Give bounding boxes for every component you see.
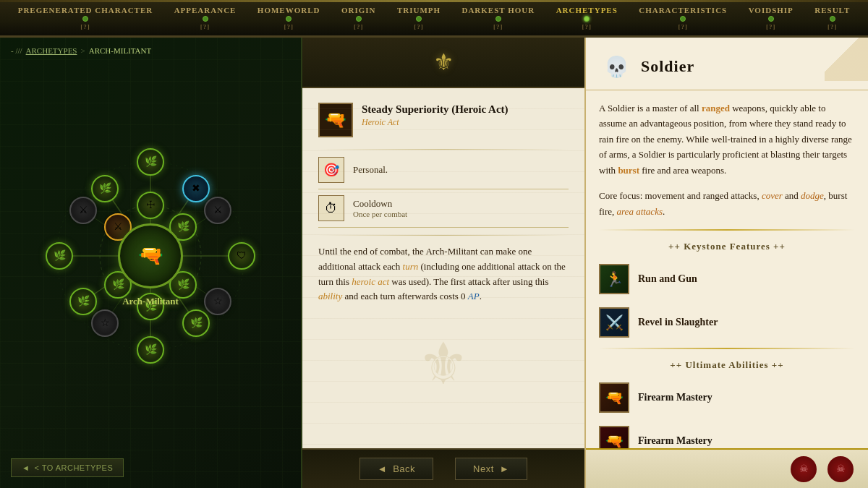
nav-dot bbox=[495, 16, 501, 22]
nav-appearance[interactable]: Appearance [?] bbox=[169, 3, 242, 33]
nav-dot bbox=[830, 16, 835, 22]
to-archetypes-label: < TO ARCHETYPES bbox=[34, 463, 113, 472]
skill-node-3[interactable]: ⚔ bbox=[204, 197, 231, 224]
nav-label: Archetypes bbox=[556, 6, 618, 14]
nav-origin[interactable]: Origin [?] bbox=[336, 3, 382, 33]
nav-archetypes[interactable]: Archetypes [?] bbox=[550, 3, 624, 33]
nav-dot-active bbox=[584, 16, 590, 22]
skill-tree: 🔫 Arch-Militant 🌿 ✖ ⚔ 🛡 ☆ 🌿 🌿 ☆ 🌿 🌿 ⚔ 🌿 … bbox=[20, 126, 281, 386]
center-archetype-icon: 🔫 bbox=[138, 246, 163, 266]
skill-node-4[interactable]: 🛡 bbox=[228, 242, 255, 270]
next-button[interactable]: Next ► bbox=[455, 458, 527, 480]
nav-voidship[interactable]: Voidship [?] bbox=[743, 3, 799, 33]
personal-row: 🎯 Personal. bbox=[318, 157, 569, 189]
skill-node-7[interactable]: 🌿 bbox=[137, 336, 164, 364]
right-panel-body: A Soldier is a master of all ranged weap… bbox=[586, 90, 868, 448]
nav-darkest-hour[interactable]: Darkest Hour [?] bbox=[456, 3, 540, 33]
breadcrumb: - /// ARCHETYPES > ARCH-MILITANT bbox=[11, 46, 151, 55]
nav-label: Origin bbox=[341, 6, 376, 14]
skill-node-6[interactable]: 🌿 bbox=[182, 309, 210, 337]
personal-label: Personal. bbox=[353, 164, 388, 176]
nav-dot bbox=[203, 16, 208, 22]
skill-node-10[interactable]: 🌿 bbox=[46, 242, 73, 270]
nav-dot bbox=[416, 16, 422, 22]
center-archetype-node[interactable]: 🔫 bbox=[118, 223, 183, 288]
skull-icon: 💀 bbox=[600, 51, 632, 82]
run-and-gun-icon: 🏃 bbox=[599, 264, 629, 294]
arrow-left-icon: ◄ bbox=[22, 463, 30, 472]
skill-node-5[interactable]: ☆ bbox=[204, 288, 231, 315]
ability-modal: ⚜ 🔫 Steady Superiority (Heroic Act) Hero… bbox=[302, 38, 584, 488]
back-label: Back bbox=[393, 463, 415, 474]
keystone-header: ++ Keystone Features ++ bbox=[599, 241, 855, 252]
nav-label: Characteristics bbox=[639, 6, 727, 14]
cooldown-row: ⏱ Cooldown Once per combat bbox=[318, 195, 569, 228]
nav-dot bbox=[356, 16, 362, 22]
nav-label: Appearance bbox=[174, 6, 237, 14]
skill-node-2[interactable]: ✖ bbox=[182, 175, 210, 202]
archetype-description: A Soldier is a master of all ranged weap… bbox=[599, 100, 855, 178]
to-archetypes-button[interactable]: ◄ < TO ARCHETYPES bbox=[11, 458, 124, 477]
revel-slaughter-icon: ⚔️ bbox=[599, 307, 629, 338]
bg-emblem: ⚜ bbox=[417, 330, 469, 398]
wax-seal-2: ☠ bbox=[827, 456, 854, 482]
feature-firearm-mastery-1[interactable]: 🔫 Firearm Mastery bbox=[599, 380, 855, 416]
gold-divider-2 bbox=[599, 348, 855, 349]
skill-node-12[interactable]: 🌿 bbox=[91, 175, 119, 202]
divider-1 bbox=[318, 149, 569, 150]
firearm-mastery-1-icon: 🔫 bbox=[599, 382, 629, 413]
nav-dot bbox=[768, 16, 774, 22]
skill-node-11[interactable]: ⚔ bbox=[69, 197, 97, 224]
nav-result[interactable]: Result [?] bbox=[809, 3, 856, 33]
back-button[interactable]: ◄ Back bbox=[359, 458, 433, 480]
right-panel: 💀 Soldier A Soldier is a master of all r… bbox=[584, 38, 868, 488]
firearm-mastery-2-label: Firearm Mastery bbox=[638, 435, 712, 447]
ability-subtitle: Heroic Act bbox=[362, 117, 509, 128]
right-panel-footer: ☠ ☠ bbox=[586, 448, 868, 488]
cooldown-icon: ⏱ bbox=[318, 195, 344, 221]
ability-description: Until the end of combat, the Arch-Milita… bbox=[318, 244, 569, 304]
top-navigation: Pregenerated Character [?] Appearance [?… bbox=[0, 0, 868, 38]
nav-dot bbox=[286, 16, 292, 22]
firearm-mastery-1-label: Firearm Mastery bbox=[638, 392, 712, 403]
run-and-gun-label: Run and Gun bbox=[638, 273, 697, 285]
nav-label: Result bbox=[814, 6, 850, 14]
next-label: Next bbox=[473, 463, 494, 474]
nav-pregenerated[interactable]: Pregenerated Character [?] bbox=[12, 3, 159, 33]
ability-title-section: 🔫 Steady Superiority (Heroic Act) Heroic… bbox=[318, 103, 569, 137]
nav-triumph[interactable]: Triumph [?] bbox=[391, 3, 446, 33]
nav-homeworld[interactable]: Homeworld [?] bbox=[252, 3, 326, 33]
archetype-title: Soldier bbox=[641, 57, 694, 76]
personal-icon: 🎯 bbox=[318, 157, 344, 183]
revel-slaughter-label: Revel in Slaughter bbox=[638, 317, 718, 328]
nav-characteristics[interactable]: Characteristics [?] bbox=[633, 3, 733, 33]
core-focus-label: Core focus: bbox=[599, 190, 642, 201]
left-panel: - /// ARCHETYPES > ARCH-MILITANT bbox=[0, 38, 302, 488]
gold-divider-1 bbox=[599, 229, 855, 231]
modal-content: 🔫 Steady Superiority (Heroic Act) Heroic… bbox=[302, 88, 584, 448]
back-arrow-icon: ◄ bbox=[378, 463, 387, 474]
breadcrumb-parent[interactable]: ARCHETYPES bbox=[26, 46, 77, 55]
modal-header: ⚜ bbox=[302, 38, 584, 88]
core-focus-text: Core focus: movement and ranged attacks,… bbox=[599, 188, 855, 219]
right-panel-header: 💀 Soldier bbox=[586, 38, 868, 90]
nav-dot bbox=[680, 16, 686, 22]
feature-revel-in-slaughter[interactable]: ⚔️ Revel in Slaughter bbox=[599, 304, 855, 341]
modal-footer: ◄ Back Next ► bbox=[302, 448, 584, 488]
feature-run-and-gun[interactable]: 🏃 Run and Gun bbox=[599, 261, 855, 297]
ultimate-header: ++ Ultimate Abilities ++ bbox=[599, 359, 855, 371]
nav-label: Homeworld bbox=[258, 6, 320, 14]
inner-node-1[interactable]: ☩ bbox=[137, 192, 164, 219]
skill-node-1[interactable]: 🌿 bbox=[137, 148, 164, 176]
ability-title: Steady Superiority (Heroic Act) bbox=[362, 103, 509, 117]
nav-dot bbox=[82, 16, 88, 22]
nav-label: Voidship bbox=[749, 6, 793, 14]
main-area: - /// ARCHETYPES > ARCH-MILITANT bbox=[0, 38, 868, 488]
nav-label: Darkest Hour bbox=[461, 6, 535, 14]
breadcrumb-current: ARCH-MILITANT bbox=[89, 46, 152, 55]
divider-2 bbox=[318, 235, 569, 236]
skill-node-8[interactable]: ☆ bbox=[91, 309, 119, 337]
next-arrow-icon: ► bbox=[500, 463, 509, 474]
skill-node-9[interactable]: 🌿 bbox=[69, 288, 97, 315]
feature-firearm-mastery-2[interactable]: 🔫 Firearm Mastery bbox=[599, 423, 855, 448]
